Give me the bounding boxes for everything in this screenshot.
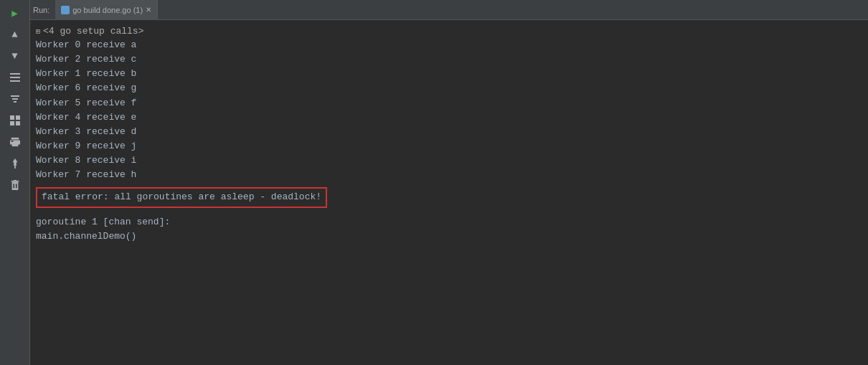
output-line-4: Worker 5 receive f (36, 96, 862, 110)
svg-rect-10 (11, 138, 19, 140)
error-box: fatal error: all goroutines are asleep -… (36, 187, 327, 207)
run-icon[interactable]: ▶ (5, 3, 25, 23)
output-line-5: Worker 4 receive e (36, 110, 862, 125)
svg-rect-9 (16, 121, 20, 125)
svg-rect-2 (10, 80, 20, 82)
tab-bar: Run: go build done.go (1) ✕ (30, 0, 868, 20)
svg-rect-13 (11, 141, 13, 142)
delete-icon[interactable] (5, 175, 25, 195)
output-line-6: Worker 3 receive d (36, 125, 862, 139)
main-area: Run: go build done.go (1) ✕ ⊞ <4 go setu… (30, 0, 868, 365)
go-file-icon (61, 6, 70, 14)
left-toolbar: ▶ ▲ ▼ (0, 0, 30, 365)
svg-rect-15 (11, 182, 18, 190)
output-line-2: Worker 1 receive b (36, 67, 862, 81)
output-line-0: Worker 0 receive a (36, 38, 862, 52)
svg-rect-7 (16, 115, 20, 120)
output-line-7: Worker 9 receive j (36, 139, 862, 153)
group-label: <4 go setup calls> (43, 26, 143, 37)
run-label: Run: (33, 6, 49, 14)
svg-rect-6 (10, 115, 14, 120)
svg-rect-17 (14, 180, 16, 181)
print-icon[interactable] (5, 132, 25, 152)
svg-rect-1 (10, 77, 20, 78)
svg-rect-0 (10, 73, 20, 75)
output-line-9: Worker 7 receive h (36, 168, 862, 182)
svg-rect-19 (15, 184, 16, 188)
svg-rect-8 (10, 121, 14, 125)
group-header[interactable]: ⊞ <4 go setup calls> (30, 24, 868, 38)
svg-rect-4 (12, 98, 18, 100)
console-area: ⊞ <4 go setup calls> Worker 0 receive a … (30, 20, 868, 365)
goroutine-line-1: main.channelDemo() (36, 229, 862, 244)
output-line-8: Worker 8 receive i (36, 153, 862, 168)
grid-icon[interactable] (5, 110, 25, 131)
output-line-1: Worker 2 receive c (36, 52, 862, 67)
menu-icon[interactable] (5, 67, 25, 87)
tab-label: go build done.go (1) (72, 6, 143, 14)
output-lines: Worker 0 receive a Worker 2 receive c Wo… (30, 38, 868, 365)
svg-rect-12 (11, 144, 18, 147)
svg-rect-5 (14, 101, 16, 103)
scroll-up-icon[interactable]: ▲ (5, 24, 25, 44)
tab-close-icon[interactable]: ✕ (146, 6, 151, 14)
output-line-3: Worker 6 receive g (36, 81, 862, 95)
svg-rect-18 (13, 184, 14, 188)
goroutine-line-0: goroutine 1 [chan send]: (36, 215, 862, 229)
error-box-wrapper: fatal error: all goroutines are asleep -… (36, 184, 862, 210)
active-tab[interactable]: go build done.go (1) ✕ (55, 0, 158, 20)
pin-icon[interactable] (5, 153, 25, 174)
svg-rect-3 (11, 95, 19, 97)
filter-icon[interactable] (5, 89, 25, 109)
scroll-down-icon[interactable]: ▼ (5, 46, 25, 66)
svg-rect-14 (14, 166, 16, 169)
expand-icon[interactable]: ⊞ (36, 27, 40, 36)
